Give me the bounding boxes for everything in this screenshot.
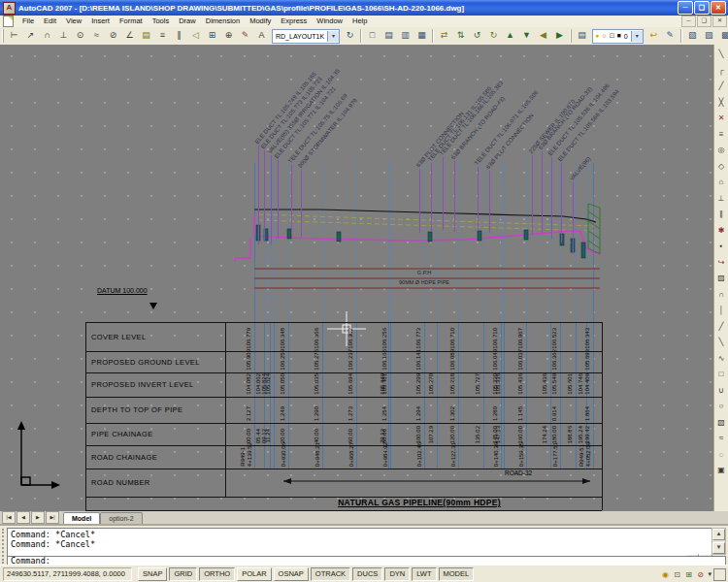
zoom-previous-icon[interactable]: ↺ bbox=[469, 28, 485, 44]
tab-next-button[interactable]: ▶ bbox=[31, 511, 45, 524]
document-icon[interactable] bbox=[3, 16, 14, 27]
block-icon[interactable]: ▣ bbox=[715, 463, 728, 479]
dim-update-icon[interactable]: ↻ bbox=[342, 28, 358, 44]
quick-leader-icon[interactable]: ◁ bbox=[187, 28, 204, 44]
construction-line-icon[interactable]: ┌ bbox=[715, 63, 728, 80]
plot-notify-icon[interactable]: ⊘ bbox=[694, 570, 706, 579]
dim-arclength-icon[interactable]: ∩ bbox=[39, 28, 55, 44]
menu-dimension[interactable]: Dimension bbox=[201, 16, 245, 27]
tab-last-button[interactable]: ▶| bbox=[46, 511, 59, 524]
layer-states-icon[interactable]: ✎ bbox=[662, 28, 678, 44]
command-scrollbar[interactable]: ▲ ▼ bbox=[711, 528, 726, 555]
chevron-down-icon[interactable]: ▾ bbox=[327, 31, 339, 42]
layer-manager-icon[interactable]: ▤ bbox=[574, 28, 590, 44]
dim-ordinate-icon[interactable]: ⊥ bbox=[55, 28, 72, 44]
close-button[interactable]: ✕ bbox=[711, 1, 726, 15]
dim-radius-icon[interactable]: ⊙ bbox=[72, 28, 88, 44]
toggle-ducs[interactable]: DUCS bbox=[352, 567, 382, 581]
circle-icon[interactable]: ◎ bbox=[715, 143, 728, 159]
zoom-in-icon[interactable]: ▲ bbox=[502, 28, 518, 44]
divide-icon[interactable]: │ bbox=[715, 303, 728, 319]
toggle-model[interactable]: MODEL bbox=[439, 567, 475, 581]
spline-icon[interactable]: ∿ bbox=[715, 351, 728, 368]
menu-format[interactable]: Format bbox=[115, 16, 148, 27]
named-views-icon[interactable]: □ bbox=[364, 28, 381, 44]
center-mark-icon[interactable]: ⊕ bbox=[220, 28, 237, 44]
dim-jogged-icon[interactable]: ≈ bbox=[88, 28, 105, 44]
menu-tools[interactable]: Tools bbox=[148, 16, 175, 27]
arc-3point-icon[interactable]: ∪ bbox=[715, 383, 728, 400]
toggle-osnap[interactable]: OSNAP bbox=[274, 567, 309, 581]
doc-minimize-button[interactable]: ─ bbox=[681, 16, 696, 27]
zoom-out-icon[interactable]: ▼ bbox=[518, 28, 535, 44]
pan-icon[interactable]: ⇄ bbox=[436, 28, 452, 44]
line-icon[interactable]: ╲ bbox=[715, 47, 728, 63]
dim-edit-icon[interactable]: ✎ bbox=[237, 28, 253, 44]
explode-icon[interactable]: ≡ bbox=[715, 127, 728, 144]
dim-continue-icon[interactable]: ∥ bbox=[171, 28, 187, 44]
dim-baseline-icon[interactable]: ≡ bbox=[154, 28, 171, 44]
point-style-icon[interactable]: ✱ bbox=[715, 223, 728, 240]
menu-modify[interactable]: Modify bbox=[245, 16, 276, 27]
coordinates-readout[interactable]: 249630.5117, 2711999.4088, 0.0000 bbox=[3, 567, 132, 581]
scroll-down-icon[interactable]: ▼ bbox=[712, 542, 725, 554]
chamfer-icon[interactable]: ╱ bbox=[715, 319, 728, 336]
arc-icon[interactable]: ∩ bbox=[715, 287, 728, 304]
toolbar-grip[interactable] bbox=[570, 29, 572, 43]
layer-dropdown[interactable]: ●☼⊡■ 0 ▾ bbox=[592, 29, 644, 44]
minimize-button[interactable]: ─ bbox=[678, 1, 693, 15]
quick-dim-icon[interactable]: ▤ bbox=[138, 28, 154, 44]
region-icon[interactable]: □ bbox=[715, 367, 728, 383]
donut-icon[interactable]: ○ bbox=[715, 399, 728, 415]
menu-view[interactable]: View bbox=[61, 16, 86, 27]
menu-file[interactable]: File bbox=[17, 16, 39, 27]
viewport-poly-icon[interactable]: ▥ bbox=[397, 28, 414, 44]
rectangle-icon[interactable]: ⌂ bbox=[715, 175, 728, 191]
polyline-icon[interactable]: ╱ bbox=[715, 79, 728, 95]
validate-icon[interactable]: ⊞ bbox=[682, 570, 694, 579]
tab-previous-button[interactable]: ◀ bbox=[17, 511, 30, 524]
toggle-lwt[interactable]: LWT bbox=[412, 567, 436, 581]
revision-cloud-icon[interactable]: ≈ bbox=[715, 431, 728, 447]
dim-linear-icon[interactable]: ⊢ bbox=[6, 28, 22, 44]
gradient-icon[interactable]: ▧ bbox=[715, 415, 728, 432]
viewport-join-icon[interactable]: ▦ bbox=[414, 28, 430, 44]
view-back-icon[interactable]: ◀ bbox=[535, 28, 551, 44]
menu-window[interactable]: Window bbox=[312, 16, 347, 27]
toolbar-grip[interactable] bbox=[2, 29, 4, 43]
dim-style-dropdown[interactable]: RD_LAYOUT1K ▾ bbox=[272, 29, 340, 44]
break-icon[interactable]: ╳ bbox=[715, 95, 728, 112]
clip-viewport-icon[interactable]: ▩ bbox=[717, 28, 728, 44]
viewport-single-icon[interactable]: ▤ bbox=[381, 28, 397, 44]
hatch-icon[interactable]: ▨ bbox=[715, 271, 728, 287]
toggle-polar[interactable]: POLAR bbox=[237, 567, 271, 581]
toggle-otrack[interactable]: OTRACK bbox=[311, 567, 350, 581]
fillet-icon[interactable]: ╲ bbox=[715, 335, 728, 351]
ellipse-icon[interactable]: ◌ bbox=[715, 447, 728, 464]
clean-screen-button[interactable] bbox=[713, 568, 726, 581]
parallel-icon[interactable]: ∥ bbox=[715, 207, 728, 223]
tray-chevron-icon[interactable]: ▾ bbox=[708, 570, 711, 578]
view-forward-icon[interactable]: ▶ bbox=[551, 28, 568, 44]
point-icon[interactable]: ▪ bbox=[715, 239, 728, 255]
zoom-realtime-icon[interactable]: ⇅ bbox=[452, 28, 469, 44]
drawing-canvas[interactable]: ELE DUCT TL:105.249 IL:105.165ELE DUCT T… bbox=[0, 45, 728, 511]
menu-express[interactable]: Express bbox=[276, 16, 312, 27]
copy-viewport-icon[interactable]: ▧ bbox=[684, 28, 701, 44]
erase-icon[interactable]: ✕ bbox=[715, 111, 728, 127]
menu-draw[interactable]: Draw bbox=[174, 16, 201, 27]
chevron-down-icon[interactable]: ▾ bbox=[631, 31, 643, 42]
menu-help[interactable]: Help bbox=[347, 16, 372, 27]
zoom-window-icon[interactable]: ↻ bbox=[485, 28, 502, 44]
leader-arrow-icon[interactable]: ↪ bbox=[715, 255, 728, 272]
tab-first-button[interactable]: |◀ bbox=[2, 511, 16, 524]
toggle-grid[interactable]: GRID bbox=[169, 567, 197, 581]
command-history[interactable]: Command: *Cancel*Command: *Cancel* bbox=[7, 528, 712, 557]
paste-viewport-icon[interactable]: ▨ bbox=[701, 28, 717, 44]
toggle-ortho[interactable]: ORTHO bbox=[199, 567, 235, 581]
tab-model[interactable]: Model bbox=[63, 512, 100, 524]
polygon-icon[interactable]: ◇ bbox=[715, 159, 728, 176]
dim-aligned-icon[interactable]: ↗ bbox=[22, 28, 39, 44]
tolerance-icon[interactable]: ⊞ bbox=[204, 28, 220, 44]
scroll-up-icon[interactable]: ▲ bbox=[712, 529, 725, 540]
